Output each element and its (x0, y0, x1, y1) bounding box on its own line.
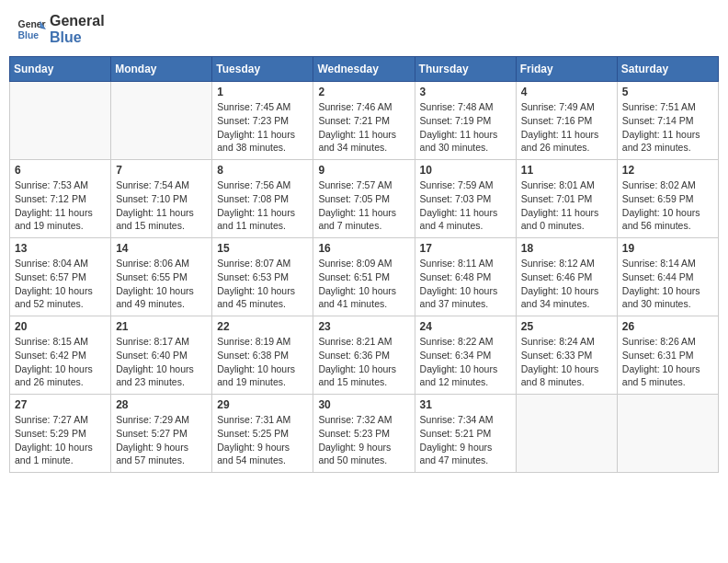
col-header-wednesday: Wednesday (313, 57, 415, 82)
calendar-week-2: 6Sunrise: 7:53 AMSunset: 7:12 PMDaylight… (10, 160, 719, 238)
calendar-cell: 16Sunrise: 8:09 AMSunset: 6:51 PMDayligh… (313, 238, 415, 316)
day-number: 3 (420, 86, 511, 98)
day-number: 23 (318, 320, 409, 333)
calendar-cell: 18Sunrise: 8:12 AMSunset: 6:46 PMDayligh… (516, 238, 617, 316)
calendar-cell: 6Sunrise: 7:53 AMSunset: 7:12 PMDaylight… (10, 160, 111, 238)
day-number: 7 (116, 164, 207, 177)
day-info: Sunrise: 7:32 AMSunset: 5:23 PMDaylight:… (318, 413, 409, 467)
day-number: 11 (521, 164, 612, 177)
calendar-cell: 14Sunrise: 8:06 AMSunset: 6:55 PMDayligh… (111, 238, 212, 316)
calendar-cell: 10Sunrise: 7:59 AMSunset: 7:03 PMDayligh… (415, 160, 516, 238)
day-info: Sunrise: 8:07 AMSunset: 6:53 PMDaylight:… (217, 257, 308, 311)
col-header-tuesday: Tuesday (212, 57, 313, 82)
day-number: 21 (116, 320, 207, 333)
day-number: 22 (217, 320, 308, 333)
day-info: Sunrise: 8:24 AMSunset: 6:33 PMDaylight:… (521, 335, 612, 389)
day-info: Sunrise: 8:26 AMSunset: 6:31 PMDaylight:… (622, 335, 713, 389)
calendar-cell: 12Sunrise: 8:02 AMSunset: 6:59 PMDayligh… (617, 160, 718, 238)
day-number: 12 (622, 164, 713, 177)
calendar-cell: 27Sunrise: 7:27 AMSunset: 5:29 PMDayligh… (10, 395, 111, 473)
day-number: 2 (318, 86, 409, 98)
calendar-cell: 22Sunrise: 8:19 AMSunset: 6:38 PMDayligh… (212, 316, 313, 395)
calendar-cell: 11Sunrise: 8:01 AMSunset: 7:01 PMDayligh… (516, 160, 617, 238)
day-number: 19 (622, 242, 713, 255)
day-info: Sunrise: 8:06 AMSunset: 6:55 PMDaylight:… (116, 257, 207, 311)
day-number: 6 (15, 164, 106, 177)
day-info: Sunrise: 8:22 AMSunset: 6:34 PMDaylight:… (420, 335, 511, 389)
day-info: Sunrise: 7:45 AMSunset: 7:23 PMDaylight:… (217, 100, 308, 155)
calendar-cell (516, 395, 617, 473)
calendar-cell: 17Sunrise: 8:11 AMSunset: 6:48 PMDayligh… (415, 238, 516, 316)
day-number: 24 (420, 320, 511, 333)
day-info: Sunrise: 7:53 AMSunset: 7:12 PMDaylight:… (15, 178, 106, 233)
calendar-week-3: 13Sunrise: 8:04 AMSunset: 6:57 PMDayligh… (10, 238, 719, 316)
calendar-cell: 8Sunrise: 7:56 AMSunset: 7:08 PMDaylight… (212, 160, 313, 238)
day-info: Sunrise: 8:19 AMSunset: 6:38 PMDaylight:… (217, 335, 308, 389)
col-header-sunday: Sunday (10, 57, 111, 82)
logo-icon: General Blue (17, 15, 46, 44)
day-info: Sunrise: 8:02 AMSunset: 6:59 PMDaylight:… (622, 178, 713, 233)
day-info: Sunrise: 8:21 AMSunset: 6:36 PMDaylight:… (318, 335, 409, 389)
calendar-week-1: 1Sunrise: 7:45 AMSunset: 7:23 PMDaylight… (10, 82, 719, 160)
day-number: 18 (521, 242, 612, 255)
logo: General Blue General Blue (17, 13, 105, 45)
col-header-monday: Monday (111, 57, 212, 82)
day-number: 16 (318, 242, 409, 255)
day-info: Sunrise: 7:34 AMSunset: 5:21 PMDaylight:… (420, 413, 511, 467)
col-header-saturday: Saturday (617, 57, 718, 82)
day-info: Sunrise: 7:46 AMSunset: 7:21 PMDaylight:… (318, 100, 409, 155)
calendar-cell: 25Sunrise: 8:24 AMSunset: 6:33 PMDayligh… (516, 316, 617, 395)
calendar-cell: 1Sunrise: 7:45 AMSunset: 7:23 PMDaylight… (212, 82, 313, 160)
day-info: Sunrise: 7:56 AMSunset: 7:08 PMDaylight:… (217, 178, 308, 233)
day-number: 8 (217, 164, 308, 177)
day-info: Sunrise: 8:09 AMSunset: 6:51 PMDaylight:… (318, 257, 409, 311)
calendar-cell: 15Sunrise: 8:07 AMSunset: 6:53 PMDayligh… (212, 238, 313, 316)
calendar-cell (111, 82, 212, 160)
day-info: Sunrise: 8:12 AMSunset: 6:46 PMDaylight:… (521, 257, 612, 311)
calendar-cell: 3Sunrise: 7:48 AMSunset: 7:19 PMDaylight… (415, 82, 516, 160)
day-info: Sunrise: 8:11 AMSunset: 6:48 PMDaylight:… (420, 257, 511, 311)
calendar-cell (617, 395, 718, 473)
day-info: Sunrise: 8:17 AMSunset: 6:40 PMDaylight:… (116, 335, 207, 389)
day-number: 5 (622, 86, 713, 98)
day-number: 27 (15, 398, 106, 411)
day-number: 30 (318, 398, 409, 411)
day-info: Sunrise: 8:15 AMSunset: 6:42 PMDaylight:… (15, 335, 106, 389)
calendar-cell: 30Sunrise: 7:32 AMSunset: 5:23 PMDayligh… (313, 395, 415, 473)
calendar-cell: 19Sunrise: 8:14 AMSunset: 6:44 PMDayligh… (617, 238, 718, 316)
calendar-cell: 21Sunrise: 8:17 AMSunset: 6:40 PMDayligh… (111, 316, 212, 395)
day-number: 10 (420, 164, 511, 177)
day-number: 9 (318, 164, 409, 177)
calendar-cell (10, 82, 111, 160)
calendar-cell: 23Sunrise: 8:21 AMSunset: 6:36 PMDayligh… (313, 316, 415, 395)
day-info: Sunrise: 7:57 AMSunset: 7:05 PMDaylight:… (318, 178, 409, 233)
calendar-cell: 7Sunrise: 7:54 AMSunset: 7:10 PMDaylight… (111, 160, 212, 238)
day-number: 4 (521, 86, 612, 98)
day-number: 14 (116, 242, 207, 255)
calendar-cell: 26Sunrise: 8:26 AMSunset: 6:31 PMDayligh… (617, 316, 718, 395)
calendar-cell: 9Sunrise: 7:57 AMSunset: 7:05 PMDaylight… (313, 160, 415, 238)
day-info: Sunrise: 8:14 AMSunset: 6:44 PMDaylight:… (622, 257, 713, 311)
calendar-cell: 29Sunrise: 7:31 AMSunset: 5:25 PMDayligh… (212, 395, 313, 473)
day-info: Sunrise: 7:51 AMSunset: 7:14 PMDaylight:… (622, 100, 713, 155)
day-number: 17 (420, 242, 511, 255)
calendar-header-row: SundayMondayTuesdayWednesdayThursdayFrid… (10, 57, 719, 82)
calendar: SundayMondayTuesdayWednesdayThursdayFrid… (9, 56, 719, 473)
day-info: Sunrise: 7:31 AMSunset: 5:25 PMDaylight:… (217, 413, 308, 467)
day-number: 13 (15, 242, 106, 255)
day-info: Sunrise: 7:48 AMSunset: 7:19 PMDaylight:… (420, 100, 511, 155)
day-info: Sunrise: 7:29 AMSunset: 5:27 PMDaylight:… (116, 413, 207, 467)
calendar-week-5: 27Sunrise: 7:27 AMSunset: 5:29 PMDayligh… (10, 395, 719, 473)
col-header-friday: Friday (516, 57, 617, 82)
day-number: 15 (217, 242, 308, 255)
calendar-cell: 24Sunrise: 8:22 AMSunset: 6:34 PMDayligh… (415, 316, 516, 395)
calendar-cell: 28Sunrise: 7:29 AMSunset: 5:27 PMDayligh… (111, 395, 212, 473)
page-header: General Blue General Blue (9, 9, 719, 49)
day-info: Sunrise: 7:49 AMSunset: 7:16 PMDaylight:… (521, 100, 612, 155)
col-header-thursday: Thursday (415, 57, 516, 82)
day-info: Sunrise: 8:04 AMSunset: 6:57 PMDaylight:… (15, 257, 106, 311)
calendar-cell: 2Sunrise: 7:46 AMSunset: 7:21 PMDaylight… (313, 82, 415, 160)
calendar-cell: 4Sunrise: 7:49 AMSunset: 7:16 PMDaylight… (516, 82, 617, 160)
day-info: Sunrise: 7:27 AMSunset: 5:29 PMDaylight:… (15, 413, 106, 467)
day-info: Sunrise: 7:54 AMSunset: 7:10 PMDaylight:… (116, 178, 207, 233)
